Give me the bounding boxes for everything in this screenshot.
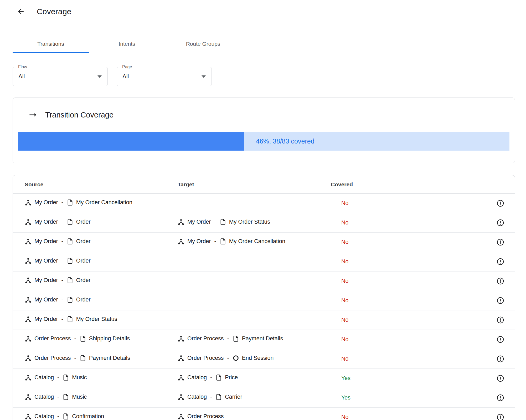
- resource-ref: Catalog-Music: [25, 374, 87, 381]
- info-cell: [486, 336, 515, 343]
- tab-intents[interactable]: Intents: [89, 35, 165, 53]
- covered-value: Yes: [331, 375, 378, 382]
- flow-icon: [25, 199, 32, 206]
- error-outline-icon[interactable]: [497, 199, 504, 207]
- page-select[interactable]: Page All: [117, 67, 212, 86]
- flow-icon: [25, 355, 32, 362]
- page-icon: [63, 374, 69, 381]
- flow-icon: [178, 374, 184, 381]
- page-name: My Order Status: [229, 219, 270, 225]
- table-row: Catalog-MusicCatalog-CarrierYes: [13, 388, 515, 408]
- info-cell: [486, 413, 515, 420]
- tab-route-groups[interactable]: Route Groups: [165, 35, 241, 53]
- separator: -: [57, 394, 59, 400]
- covered-value: No: [331, 219, 378, 226]
- page-icon: [220, 238, 226, 245]
- coverage-card-header: Transition Coverage: [13, 98, 515, 132]
- target-cell: Catalog-Price: [178, 374, 331, 383]
- separator: -: [210, 374, 212, 381]
- column-header-target: Target: [178, 181, 331, 188]
- source-cell: Order Process-Shipping Details: [25, 335, 178, 344]
- target-cell: Order Process-End Session: [178, 355, 331, 363]
- source-cell: My Order-Order: [25, 258, 178, 266]
- resource-ref: Catalog-Confirmation: [25, 413, 104, 420]
- error-outline-icon[interactable]: [497, 316, 504, 324]
- flow-icon: [178, 219, 184, 226]
- separator: -: [61, 199, 63, 206]
- table-row: Order Process-Shipping DetailsOrder Proc…: [13, 330, 515, 349]
- page-name: Price: [225, 374, 238, 381]
- flow-name: Order Process: [34, 355, 71, 361]
- page-name: My Order Cancellation: [229, 238, 285, 245]
- page-name: Payment Details: [89, 355, 130, 361]
- info-cell: [486, 297, 515, 304]
- error-outline-icon[interactable]: [497, 394, 504, 402]
- separator: -: [61, 219, 63, 225]
- progress-label: 46%, 38/83 covered: [256, 137, 314, 145]
- table-row: My Order-OrderNo: [13, 291, 515, 310]
- error-outline-icon[interactable]: [497, 375, 504, 382]
- page-name: Shipping Details: [89, 335, 130, 342]
- flow-name: My Order: [34, 277, 58, 284]
- flow-name: Catalog: [187, 374, 207, 381]
- page-icon: [80, 335, 86, 342]
- page-icon: [67, 316, 73, 322]
- page-icon: [67, 219, 73, 225]
- flow-icon: [25, 277, 32, 284]
- table-row: My Order-OrderNo: [13, 252, 515, 272]
- flow-name: Order Process: [34, 335, 71, 342]
- column-header-covered: Covered: [331, 181, 378, 188]
- separator: -: [57, 413, 59, 420]
- page-icon: [67, 238, 73, 245]
- column-header-source: Source: [25, 181, 178, 188]
- error-outline-icon[interactable]: [497, 277, 504, 285]
- resource-ref: Catalog-Music: [25, 394, 87, 401]
- page-icon: [215, 374, 222, 381]
- error-outline-icon[interactable]: [497, 413, 504, 420]
- separator: -: [61, 277, 63, 284]
- resource-ref: Order Process-End Session: [178, 355, 274, 362]
- resource-ref: Catalog-Carrier: [178, 394, 242, 401]
- separator: -: [210, 394, 212, 400]
- flow-icon: [178, 335, 184, 342]
- error-outline-icon[interactable]: [497, 355, 504, 363]
- covered-value: No: [331, 414, 378, 420]
- page-icon: [67, 199, 73, 206]
- flow-name: My Order: [187, 238, 211, 245]
- separator: -: [61, 238, 63, 245]
- page-name: My Order Status: [76, 316, 117, 322]
- covered-value: No: [331, 317, 378, 323]
- table-row: Order Process-Payment DetailsOrder Proce…: [13, 349, 515, 369]
- resource-ref: My Order-My Order Cancellation: [178, 238, 285, 245]
- covered-value: No: [331, 239, 378, 245]
- flow-name: My Order: [34, 316, 58, 322]
- error-outline-icon[interactable]: [497, 219, 504, 227]
- flow-name: Order Process: [187, 413, 224, 420]
- flow-select[interactable]: Flow All: [13, 67, 108, 86]
- error-outline-icon[interactable]: [497, 258, 504, 265]
- info-cell: [486, 199, 515, 207]
- tab-transitions[interactable]: Transitions: [13, 35, 89, 53]
- page-name: Order: [76, 258, 91, 264]
- app-header: Coverage: [0, 0, 526, 23]
- flow-name: Catalog: [34, 413, 54, 420]
- flow-name: My Order: [34, 238, 58, 245]
- separator: -: [227, 335, 229, 342]
- info-cell: [486, 355, 515, 363]
- flow-name: My Order: [34, 296, 58, 303]
- page-name: Order: [76, 219, 91, 225]
- info-cell: [486, 394, 515, 402]
- error-outline-icon[interactable]: [497, 238, 504, 246]
- source-cell: Order Process-Payment Details: [25, 355, 178, 363]
- error-outline-icon[interactable]: [497, 297, 504, 304]
- page-select-value: All: [122, 67, 129, 86]
- chevron-down-icon: [97, 75, 102, 78]
- error-outline-icon[interactable]: [497, 336, 504, 343]
- back-button[interactable]: [15, 6, 26, 17]
- flow-icon: [25, 296, 32, 303]
- progress-fill: [18, 132, 244, 151]
- resource-ref: My Order-Order: [25, 258, 91, 264]
- flow-icon: [178, 355, 184, 362]
- separator: -: [74, 355, 76, 361]
- page-icon: [67, 277, 73, 284]
